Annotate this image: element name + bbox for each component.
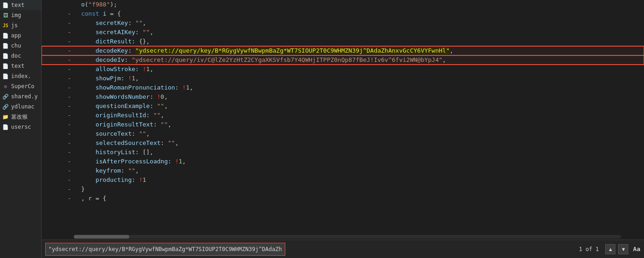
code-content[interactable]: o("f988"); - const i = { - secretKey: ""… [42, 0, 644, 234]
app-file-icon: 📄 [2, 32, 9, 39]
code-line-20: - producting: !1 [42, 175, 644, 185]
sidebar-item-usersc[interactable]: 📄 usersc [0, 122, 41, 132]
sidebar-label-js: js [11, 22, 18, 29]
sidebar-label-text: text [11, 2, 24, 8]
code-line-3: - secretKey: "", [42, 18, 644, 28]
code-line-22: - , r = { [42, 194, 644, 203]
sidebar-label-ydluna: ydlunac [11, 103, 35, 110]
code-line-decodeiv: - decodeIv: "ydsecret://query/iv/C@lZe2Y… [42, 55, 644, 65]
code-line-2: - const i = { [42, 9, 644, 18]
ydluna-file-icon: 🔗 [2, 103, 9, 110]
sidebar-label-img: img [11, 12, 21, 18]
text-file-icon: 📄 [2, 1, 9, 9]
js-file-icon: JS [2, 22, 9, 29]
sidebar: 📄 text 🖼 img JS js 📄 app 📄 chu 📄 doc 📄 t… [0, 0, 42, 258]
find-next-button[interactable]: ▼ [618, 244, 628, 254]
sidebar-item-text2[interactable]: 📄 text [0, 61, 41, 71]
code-line-12: - questionExample: "", [42, 102, 644, 111]
sidebar-item-chu[interactable]: 📄 chu [0, 41, 41, 51]
sidebar-label-shared: shared.y [11, 93, 38, 100]
sidebar-item-js[interactable]: JS js [0, 20, 41, 30]
sidebar-item-img[interactable]: 🖼 img [0, 10, 41, 20]
code-line-4: - secretAIKey: "", [42, 28, 644, 37]
find-count: 1 of 1 [575, 246, 602, 252]
sidebar-item-index[interactable]: 📄 index. [0, 71, 41, 81]
sidebar-label-doc: doc [11, 53, 21, 59]
sidebar-item-supercc[interactable]: ⊙ SuperCo [0, 81, 41, 91]
code-line-21: - } [42, 185, 644, 194]
code-line-15: - sourceText: "", [42, 129, 644, 138]
sidebar-label-supercc: SuperCo [11, 83, 35, 90]
code-line-1: o("f988"); [42, 0, 644, 9]
find-aa-label: Aa [633, 246, 640, 252]
code-line-8: - allowStroke: !1, [42, 65, 644, 74]
img-file-icon: 🖼 [2, 12, 9, 19]
code-line-16: - selectedSourceText: "", [42, 138, 644, 148]
code-line-13: - originResultId: "", [42, 111, 644, 120]
code-line-decodekey: - decodeKey: "ydsecret://query/key/B*RGy… [42, 46, 644, 55]
sidebar-item-doc[interactable]: 📄 doc [0, 51, 41, 61]
doc-file-icon: 📄 [2, 52, 9, 60]
sidebar-label-usersc: usersc [11, 124, 31, 130]
code-line-17: - historyList: [], [42, 148, 644, 157]
sidebar-item-zhaihou[interactable]: 📁 篡改猴 [0, 112, 41, 122]
supercc-folder-icon: ⊙ [2, 83, 9, 90]
code-line-11: - showWordsNumber: !0, [42, 92, 644, 102]
sidebar-item-app[interactable]: 📄 app [0, 30, 41, 41]
code-line-19: - keyfrom: "", [42, 166, 644, 175]
sidebar-item-shared[interactable]: 🔗 shared.y [0, 91, 41, 102]
code-line-9: - showPjm: !1, [42, 74, 644, 83]
find-input-wrapper[interactable] [45, 243, 285, 256]
sidebar-label-chu: chu [11, 42, 21, 49]
sidebar-item-text[interactable]: 📄 text [0, 0, 41, 10]
chu-file-icon: 📄 [2, 42, 9, 49]
sidebar-item-ydluna[interactable]: 🔗 ydlunac [0, 102, 41, 112]
sidebar-label-zhaihou: 篡改猴 [11, 113, 28, 121]
find-input[interactable] [48, 246, 282, 252]
code-line-18: - isAfterProcessLoadng: !1, [42, 157, 644, 166]
find-bar: 1 of 1 ▲ ▼ Aa [42, 240, 644, 258]
sidebar-label-text2: text [11, 63, 24, 69]
code-line-10: - showRomanPronunciation: !1, [42, 83, 644, 92]
text2-file-icon: 📄 [2, 62, 9, 70]
index-file-icon: 📄 [2, 72, 9, 80]
find-prev-button[interactable]: ▲ [605, 244, 615, 254]
code-line-5: - dictResult: {}, [42, 37, 644, 46]
code-line-14: - originResultText: "", [42, 120, 644, 129]
shared-file-icon: 🔗 [2, 93, 9, 100]
zhaihou-folder-icon: 📁 [2, 113, 9, 120]
horizontal-scrollbar[interactable] [42, 234, 644, 240]
editor-area: o("f988"); - const i = { - secretKey: ""… [42, 0, 644, 258]
sidebar-label-app: app [11, 32, 21, 39]
usersc-file-icon: 📄 [2, 123, 9, 131]
sidebar-label-index: index. [11, 73, 31, 79]
main-area: 📄 text 🖼 img JS js 📄 app 📄 chu 📄 doc 📄 t… [0, 0, 644, 258]
